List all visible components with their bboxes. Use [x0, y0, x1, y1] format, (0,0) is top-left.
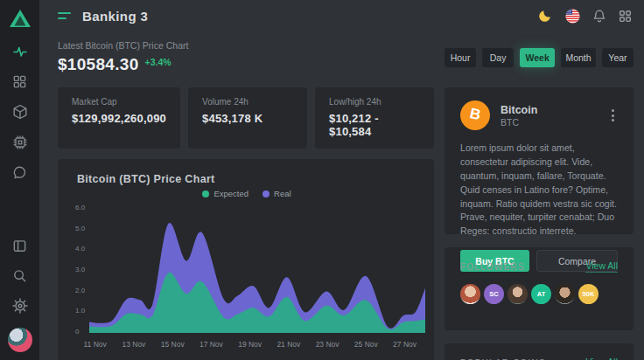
topbar-icons [537, 8, 632, 24]
sidebar-item-chat[interactable] [12, 165, 27, 180]
legend-item-expected[interactable]: Expected [202, 189, 248, 198]
stat-cards-row: Market Cap $129,992,260,090 Volume 24h $… [58, 87, 434, 149]
follower-avatar[interactable] [555, 284, 575, 304]
stat-label: Market Cap [72, 97, 166, 107]
bitcoin-card: B Bitcoin BTC Lorem ipsum dolor sit amet… [444, 87, 634, 234]
follower-avatar[interactable] [460, 284, 480, 304]
legend-dot-real [262, 190, 270, 197]
follower-avatar[interactable]: SC [484, 284, 504, 304]
area-chart [89, 202, 425, 333]
stat-value: $453,178 K [202, 112, 293, 125]
y-axis-labels: 6.05.0 4.03.0 2.01.0 0 [68, 202, 89, 333]
sidebar-item-products[interactable] [12, 104, 28, 120]
settings-gear-icon[interactable] [12, 298, 28, 314]
stat-card-market-cap: Market Cap $129,992,260,090 [58, 87, 180, 149]
sidebar-item-layout[interactable] [12, 239, 27, 253]
btc-price-change: +3.4% [145, 57, 172, 67]
app-root: Banking 3 [0, 0, 644, 360]
main-area: Banking 3 [39, 0, 644, 360]
chart-title: Bitcoin (BTC) Price Chart [68, 173, 425, 185]
popular-coins-card: POPULAR COINS View All [444, 343, 634, 360]
legend-label: Expected [214, 189, 248, 198]
stat-label: Volume 24h [202, 97, 293, 107]
chart-plot-area [89, 202, 425, 333]
price-chart-card: Bitcoin (BTC) Price Chart Expected Real [58, 159, 434, 360]
coin-name: Bitcoin [500, 104, 537, 116]
sidebar-item-dashboard[interactable] [12, 74, 27, 89]
bitcoin-icon: B [460, 100, 490, 130]
search-icon[interactable] [12, 268, 27, 283]
app-grid-icon[interactable] [619, 10, 632, 23]
legend-item-real[interactable]: Real [262, 189, 291, 198]
tab-day[interactable]: Day [482, 48, 514, 67]
chart-legend: Expected Real [68, 189, 425, 198]
follower-avatar[interactable]: AT [531, 284, 551, 304]
price-chart-label: Latest Bitcoin (BTC) Price Chart [58, 40, 434, 51]
topbar: Banking 3 [39, 0, 644, 31]
follower-avatar[interactable]: 50K [578, 284, 598, 304]
popular-coins-header: POPULAR COINS View All [460, 357, 618, 360]
sidebar-item-activity[interactable] [12, 44, 28, 59]
tab-week[interactable]: Week [520, 48, 555, 67]
us-flag-icon[interactable] [565, 9, 580, 24]
sidebar-item-hardware[interactable] [12, 135, 28, 150]
time-range-tabs: Hour Day Week Month Year [444, 48, 634, 67]
coin-card-header: B Bitcoin BTC [460, 100, 618, 130]
moon-icon[interactable] [537, 8, 553, 24]
btc-price-value: $10584.30 [58, 55, 139, 74]
bell-icon[interactable] [592, 9, 606, 24]
user-avatar[interactable] [8, 328, 32, 352]
tab-month[interactable]: Month [561, 48, 596, 67]
followers-view-all-link[interactable]: View All [585, 260, 618, 273]
popular-coins-view-all-link[interactable]: View All [585, 357, 618, 360]
sidebar [0, 0, 39, 360]
stat-value: $10,212 - $10,584 [329, 112, 420, 138]
legend-dot-expected [202, 190, 209, 197]
followers-avatars: SC AT 50K [460, 284, 618, 304]
sidebar-bottom-group [8, 224, 32, 360]
stat-card-volume: Volume 24h $453,178 K [188, 87, 307, 149]
x-axis-labels: 11 Nov 13 Nov 15 Nov 17 Nov 19 Nov 21 No… [93, 340, 422, 350]
app-logo-icon[interactable] [9, 8, 32, 29]
right-column: Hour Day Week Month Year B Bitcoin BTC [444, 31, 634, 360]
menu-toggle-icon[interactable] [58, 12, 71, 19]
tab-year[interactable]: Year [602, 48, 634, 67]
followers-title: FOLLOWERS [460, 262, 525, 272]
plot-wrap: 6.05.0 4.03.0 2.01.0 0 [68, 202, 425, 333]
follower-avatar[interactable] [508, 284, 528, 304]
stat-card-low-high: Low/high 24h $10,212 - $10,584 [315, 87, 434, 149]
price-row: $10584.30 +3.4% [58, 55, 434, 74]
stat-value: $129,992,260,090 [72, 112, 166, 125]
coin-names: Bitcoin BTC [500, 104, 537, 128]
page-title: Banking 3 [82, 9, 148, 24]
legend-label: Real [274, 189, 291, 198]
tab-hour[interactable]: Hour [444, 48, 476, 67]
left-column: Latest Bitcoin (BTC) Price Chart $10584.… [58, 31, 434, 360]
content: Latest Bitcoin (BTC) Price Chart $10584.… [39, 31, 644, 360]
coin-symbol: BTC [500, 117, 537, 128]
coin-description: Lorem ipsum dolor sit amet, consectetur … [460, 142, 618, 239]
kebab-menu-icon[interactable] [608, 106, 618, 125]
stat-label: Low/high 24h [329, 97, 420, 107]
